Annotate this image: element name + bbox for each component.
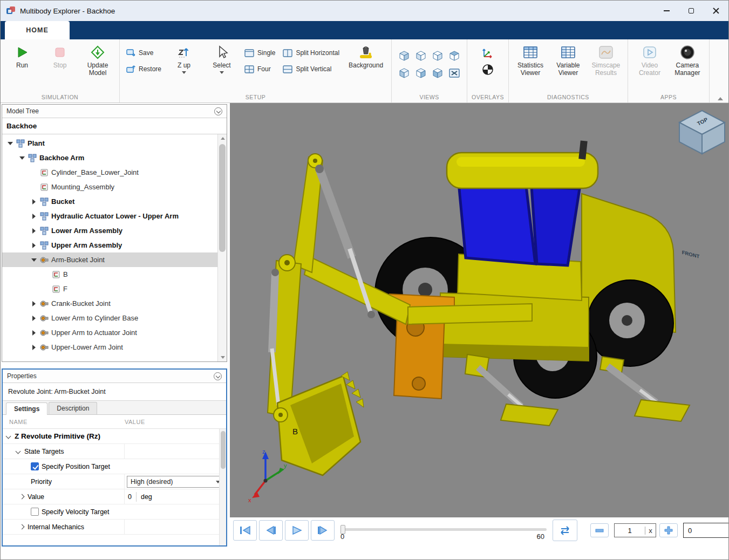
expand-caret-icon[interactable] <box>30 242 37 249</box>
tree-item-mounting-assembly[interactable]: Mounting_Assembly <box>2 180 227 194</box>
specify-velocity-target-checkbox[interactable] <box>31 508 39 516</box>
expand-caret-icon[interactable] <box>30 213 37 220</box>
z-up-button[interactable]: Z up <box>167 43 201 74</box>
save-button[interactable]: Save <box>124 46 163 60</box>
tab-settings[interactable]: Settings <box>6 402 47 415</box>
expand-caret-icon[interactable] <box>30 329 37 336</box>
tab-home[interactable]: HOME <box>5 21 70 39</box>
row-value[interactable]: Value 0 deg <box>3 489 226 504</box>
tab-description[interactable]: Description <box>49 402 97 414</box>
tree-item-cylinder-base-lower-joint[interactable]: Cylinder_Base_Lower_Joint <box>2 165 227 180</box>
scrollbar-thumb[interactable] <box>219 144 226 252</box>
expand-chevron-icon[interactable] <box>19 494 25 500</box>
background-button[interactable]: Background <box>345 43 387 69</box>
row-z-revolute-primitive[interactable]: Z Revolute Primitive (Rz) <box>3 429 226 444</box>
specify-position-target-checkbox[interactable] <box>31 462 39 470</box>
collapse-panel-icon[interactable] <box>214 372 222 380</box>
collapse-panel-icon[interactable] <box>214 107 222 115</box>
tree-item-hydraulic-actuator[interactable]: Hydraulic Actuator Lower - Upper Arm <box>2 209 227 223</box>
expand-caret-icon[interactable] <box>30 256 37 263</box>
frame-annotation-b[interactable]: B <box>292 427 298 436</box>
row-internal-mechanics[interactable]: Internal Mechanics <box>3 520 226 535</box>
statistics-viewer-button[interactable]: Statistics Viewer <box>513 43 548 77</box>
expand-caret-icon[interactable] <box>6 140 13 147</box>
video-creator-button[interactable]: Video Creator <box>632 43 667 77</box>
scrollbar-thumb[interactable] <box>221 431 226 469</box>
properties-scrollbar[interactable] <box>219 429 226 545</box>
tree-item-plant[interactable]: Plant <box>2 136 227 151</box>
row-priority[interactable]: Priority High (desired) <box>3 474 226 489</box>
priority-dropdown[interactable]: High (desired) <box>127 476 224 488</box>
row-state-targets[interactable]: State Targets <box>3 444 226 459</box>
viewport[interactable]: TOP FRONT RIGHT <box>230 103 729 517</box>
single-view-button[interactable]: Single <box>242 46 277 60</box>
expand-caret-icon[interactable] <box>30 227 37 234</box>
scroll-up-icon[interactable] <box>221 137 225 140</box>
timeline-slider[interactable]: 0 60 <box>340 517 547 545</box>
center-of-mass-overlay-button[interactable] <box>481 63 494 76</box>
speed-value[interactable]: 1 <box>615 527 645 535</box>
split-vertical-button[interactable]: Split Vertical <box>281 62 342 76</box>
backhoe-model[interactable] <box>268 140 690 475</box>
tree-item-crank-bucket-joint[interactable]: Crank-Bucket Joint <box>2 296 227 311</box>
play-button[interactable] <box>285 520 309 541</box>
maximize-button[interactable] <box>679 1 704 21</box>
slider-track[interactable] <box>340 528 547 531</box>
view-bottom-button[interactable] <box>430 64 446 81</box>
value-field[interactable]: 0 <box>128 493 132 501</box>
minimize-button[interactable] <box>654 1 679 21</box>
close-button[interactable] <box>704 1 728 21</box>
collapse-ribbon-button[interactable] <box>718 97 723 100</box>
restore-button[interactable]: Restore <box>124 62 163 76</box>
view-isometric-button[interactable] <box>396 47 412 64</box>
3d-scene[interactable]: TOP FRONT RIGHT <box>230 103 729 517</box>
go-to-start-button[interactable] <box>233 520 257 541</box>
speed-decrease-button[interactable] <box>590 523 609 537</box>
variable-viewer-button[interactable]: Variable Viewer <box>551 43 585 77</box>
tree-item-backhoe-arm[interactable]: Backhoe Arm <box>2 151 227 165</box>
tree-item-lower-arm-to-cylinder-base[interactable]: Lower Arm to Cylinder Base <box>2 311 227 325</box>
row-specify-velocity-target[interactable]: Specify Velocity Target <box>3 504 226 520</box>
tree-item-frame-f[interactable]: F <box>2 282 227 296</box>
view-side-button[interactable] <box>430 47 446 64</box>
scroll-down-icon[interactable] <box>221 356 225 359</box>
tree-scrollbar[interactable] <box>217 134 227 361</box>
view-cube-front-label[interactable]: FRONT <box>682 249 700 259</box>
split-horizontal-button[interactable]: Split Horizontal <box>281 46 342 60</box>
loop-button[interactable] <box>553 520 577 541</box>
run-button[interactable]: Run <box>5 43 39 69</box>
tree-item-arm-bucket-joint[interactable]: Arm-Bucket Joint <box>2 252 227 267</box>
tree-item-upper-arm-to-actuator-joint[interactable]: Upper Arm to Actuator Joint <box>2 325 227 340</box>
expand-caret-icon[interactable] <box>30 344 37 351</box>
view-left-button[interactable] <box>413 64 429 81</box>
select-button[interactable]: Select <box>205 43 239 74</box>
view-front-button[interactable] <box>413 47 429 64</box>
expand-caret-icon[interactable] <box>30 300 37 307</box>
step-forward-button[interactable] <box>311 520 335 541</box>
view-top-button[interactable] <box>446 47 462 64</box>
tree-item-upper-arm-assembly[interactable]: Upper Arm Assembly <box>2 238 227 252</box>
collapse-chevron-icon[interactable] <box>16 448 22 454</box>
expand-chevron-icon[interactable] <box>19 524 25 530</box>
update-model-button[interactable]: Update Model <box>80 43 115 77</box>
collapse-chevron-icon[interactable] <box>6 433 12 439</box>
tree-item-bucket[interactable]: Bucket <box>2 194 227 209</box>
tree-item-upper-lower-arm-joint[interactable]: Upper-Lower Arm Joint <box>2 340 227 354</box>
camera-manager-button[interactable]: Camera Manager <box>670 43 705 77</box>
expand-caret-icon[interactable] <box>30 198 37 205</box>
row-specify-position-target[interactable]: Specify Position Target <box>3 459 226 474</box>
current-time-field[interactable]: 0 <box>683 523 729 538</box>
step-back-button[interactable] <box>259 520 283 541</box>
speed-increase-button[interactable] <box>659 523 678 537</box>
stop-button[interactable]: Stop <box>43 43 77 69</box>
view-back-button[interactable] <box>396 64 412 81</box>
four-view-button[interactable]: Four <box>242 62 277 76</box>
tree-item-lower-arm-assembly[interactable]: Lower Arm Assembly <box>2 223 227 238</box>
speed-field[interactable]: 1 x <box>614 523 656 537</box>
simscape-results-button[interactable]: Simscape Results <box>589 43 623 77</box>
tree-item-frame-b[interactable]: B <box>2 267 227 282</box>
expand-caret-icon[interactable] <box>18 154 25 161</box>
frames-overlay-button[interactable] <box>481 46 495 60</box>
view-fit-button[interactable] <box>446 64 462 81</box>
unit-field[interactable]: deg <box>141 493 152 501</box>
